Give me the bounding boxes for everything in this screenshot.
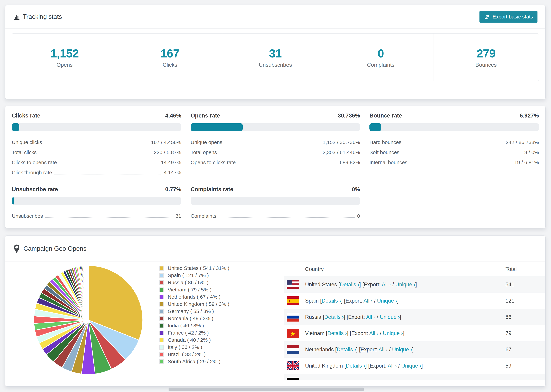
rate-rows: Unique clicks167 / 4.456%Total clicks220… <box>12 136 181 176</box>
export-all-link[interactable]: All › <box>379 347 388 352</box>
country-total: 541 <box>505 281 545 288</box>
stat-row: Soft bounces18 / 0% <box>369 146 539 156</box>
rate-block-clicks-rate: Clicks rate4.46%Unique clicks167 / 4.456… <box>12 112 181 176</box>
export-all-link[interactable]: All › <box>366 314 375 320</box>
legend-item: France ( 42 / 2% ) <box>159 329 229 336</box>
details-link[interactable]: Details › <box>330 379 349 380</box>
legend-swatch <box>159 323 164 328</box>
details-link[interactable]: Details › <box>346 363 365 369</box>
geo-pie-chart <box>32 264 145 377</box>
legend-swatch <box>159 295 164 299</box>
stat-row: Unsubscribes31 <box>12 210 181 220</box>
country-cell: Spain [Details ›] [Export: All › / Uniqu… <box>305 298 505 304</box>
stat-label: Unique clicks <box>12 139 42 146</box>
bracket-text: / <box>388 347 392 352</box>
bracket-text: ] <box>415 281 417 287</box>
export-unique-link[interactable]: Unique › <box>395 281 415 287</box>
table-row-gb: United Kingdom [Details ›] [Export: All … <box>284 358 545 374</box>
dotted-leader <box>219 154 320 154</box>
bar-chart-icon <box>13 14 20 20</box>
export-all-link[interactable]: All › <box>363 298 373 304</box>
progress-bar-fill <box>12 197 14 205</box>
bracket-text: / <box>378 330 383 336</box>
export-all-link[interactable]: All › <box>382 281 391 287</box>
bracket-text: / <box>397 363 401 369</box>
bracket-text: / <box>373 298 377 304</box>
legend-swatch <box>159 331 164 335</box>
export-icon <box>484 14 490 20</box>
export-unique-link[interactable]: Unique › <box>385 379 405 380</box>
table-row-ru: Russia [Details ›] [Export: All › / Uniq… <box>284 309 545 325</box>
legend-label: Russia ( 86 / 5% ) <box>168 280 208 286</box>
summary-cell-unsubscribes: 31Unsubscribes <box>223 34 328 81</box>
country-name: Russia <box>305 314 323 320</box>
legend-label: United States ( 541 / 31% ) <box>168 265 229 271</box>
details-link[interactable]: Details › <box>324 314 344 320</box>
legend-label: Spain ( 121 / 7% ) <box>168 273 209 278</box>
dotted-leader <box>44 144 148 144</box>
progress-bar-fill <box>369 123 381 131</box>
flag-es-icon <box>287 296 299 305</box>
legend-swatch <box>159 302 164 307</box>
legend-label: Germany ( 55 / 3% ) <box>168 308 214 314</box>
progress-bar-track <box>191 197 360 205</box>
rate-rows: Complaints0 <box>191 210 360 220</box>
legend-label: Brazil ( 33 / 2% ) <box>168 351 206 357</box>
progress-bar-fill <box>12 123 19 131</box>
flag-vn-icon <box>287 329 299 338</box>
stat-row: Clicks to opens rate14.497% <box>12 156 181 166</box>
summary-value: 1,152 <box>50 47 79 60</box>
rate-head: Bounce rate6.927% <box>369 112 539 119</box>
export-basic-stats-button[interactable]: Export basic stats <box>480 11 537 23</box>
dotted-leader <box>404 144 503 144</box>
details-link[interactable]: Details › <box>337 347 356 352</box>
summary-value: 31 <box>269 47 282 60</box>
country-name: United Kingdom <box>305 363 344 369</box>
rate-title: Bounce rate <box>369 112 402 119</box>
details-link[interactable]: Details › <box>322 298 341 304</box>
export-all-link[interactable]: All › <box>388 363 397 369</box>
geo-table: Country Total United States [Details ›] … <box>284 262 545 380</box>
dotted-leader <box>39 154 151 154</box>
legend-item: Germany ( 55 / 3% ) <box>159 308 229 315</box>
stat-label: Clicks to opens rate <box>12 160 57 166</box>
stat-row: Total clicks220 / 5.87% <box>12 146 181 156</box>
stat-value: 167 / 4.456% <box>151 139 181 146</box>
legend-swatch <box>159 352 164 357</box>
stat-value: 1,152 / 30.736% <box>323 139 360 146</box>
bracket-text: [ <box>344 363 346 369</box>
geo-title: Campaign Geo Opens <box>23 245 86 252</box>
country-name: Netherlands <box>305 347 335 352</box>
summary-cell-complaints: 0Complaints <box>328 34 433 81</box>
stat-value: 242 / 86.738% <box>506 139 539 146</box>
dotted-leader <box>402 154 519 154</box>
flag-nl-icon <box>287 345 299 354</box>
horizontal-scrollbar-thumb[interactable] <box>169 388 364 391</box>
stat-label: Opens to clicks rate <box>191 160 236 166</box>
rate-block-opens-rate: Opens rate30.736%Unique opens1,152 / 30.… <box>191 112 360 176</box>
rates-grid: Clicks rate4.46%Unique clicks167 / 4.456… <box>5 106 545 226</box>
dotted-leader <box>219 217 355 218</box>
export-all-link[interactable]: All › <box>369 330 378 336</box>
export-unique-link[interactable]: Unique › <box>392 347 412 352</box>
flag-de-icon <box>287 378 299 380</box>
country-name: United States <box>305 281 339 287</box>
export-unique-link[interactable]: Unique › <box>401 363 421 369</box>
stat-value: 2,303 / 61.446% <box>323 149 360 156</box>
export-button-label: Export basic stats <box>493 14 533 20</box>
export-unique-link[interactable]: Unique › <box>380 314 400 320</box>
details-link[interactable]: Details › <box>340 281 359 287</box>
rate-head: Opens rate30.736% <box>191 112 360 119</box>
legend-label: India ( 46 / 3% ) <box>168 323 204 329</box>
legend-item: Canada ( 40 / 2% ) <box>159 336 229 343</box>
summary-cell-opens: 1,152Opens <box>12 34 117 81</box>
legend-label: South Africa ( 29 / 2% ) <box>168 359 220 364</box>
export-unique-link[interactable]: Unique › <box>383 330 403 336</box>
legend-item: United States ( 541 / 31% ) <box>159 265 229 272</box>
country-cell: Russia [Details ›] [Export: All › / Uniq… <box>305 314 505 320</box>
bracket-text: / <box>381 379 385 380</box>
export-all-link[interactable]: All › <box>372 379 381 380</box>
export-unique-link[interactable]: Unique › <box>377 298 397 304</box>
table-row-vn: Vietnam [Details ›] [Export: All › / Uni… <box>284 325 545 341</box>
details-link[interactable]: Details › <box>327 330 347 336</box>
